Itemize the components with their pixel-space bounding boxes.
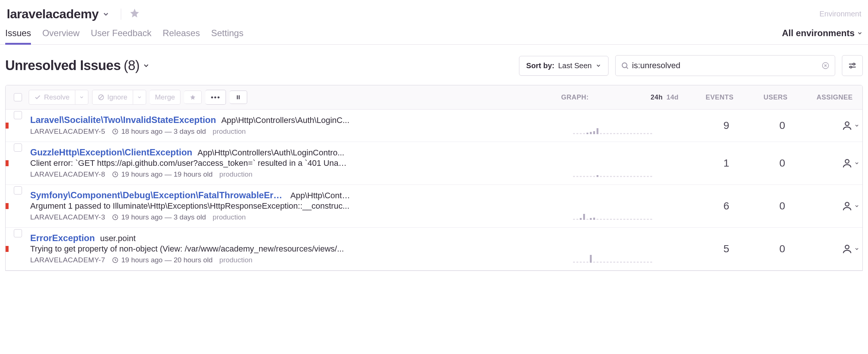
environment-selector[interactable]: All environments (782, 28, 863, 44)
resolve-dropdown-button[interactable] (75, 90, 88, 105)
bookmark-star-button[interactable] (129, 8, 140, 20)
issue-message: Argument 1 passed to Illuminate\Http\Exc… (30, 201, 351, 211)
search-input[interactable] (629, 61, 821, 70)
issue-count: (8) (124, 58, 140, 73)
range-24h[interactable]: 24h (651, 94, 663, 101)
chevron-down-icon (142, 62, 150, 69)
project-switcher[interactable]: laravelacademy (7, 7, 110, 21)
issue-title-link[interactable]: Symfony\Component\Debug\Exception\FatalT… (30, 190, 285, 200)
issue-events[interactable]: 9 (698, 110, 754, 142)
svg-point-18 (845, 202, 849, 206)
issue-row: Symfony\Component\Debug\Exception\FatalT… (6, 185, 862, 228)
issue-assignee[interactable] (810, 228, 862, 270)
issue-users[interactable]: 0 (754, 110, 810, 142)
svg-point-20 (845, 245, 849, 249)
clock-icon (112, 214, 119, 221)
issue-title-link[interactable]: Laravel\Socialite\Two\InvalidStateExcept… (30, 115, 216, 125)
issue-env: production (219, 256, 252, 264)
column-header-assignee: ASSIGNEE (803, 94, 856, 101)
issue-message: Trying to get property of non-object (Vi… (30, 244, 351, 254)
clear-icon[interactable] (821, 61, 830, 70)
person-icon (842, 200, 853, 212)
column-header-events: EVENTS (692, 94, 748, 101)
issue-id: LARAVELACADEMY-5 (30, 127, 105, 136)
project-header: laravelacademy Environment (0, 0, 868, 24)
chevron-down-icon (854, 246, 859, 252)
severity-bar (6, 160, 9, 166)
issue-assignee[interactable] (810, 110, 862, 142)
issue-users[interactable]: 0 (754, 185, 810, 227)
pause-realtime-button[interactable] (230, 91, 247, 104)
row-checkbox[interactable] (14, 186, 22, 195)
issue-title-link[interactable]: ErrorException (30, 233, 95, 243)
issue-main: ErrorExceptionuser.pointTrying to get pr… (30, 228, 568, 270)
environment-label: Environment (820, 10, 861, 18)
issue-main: Laravel\Socialite\Two\InvalidStateExcept… (30, 110, 568, 142)
bookmark-button[interactable] (184, 91, 202, 104)
issue-title-link[interactable]: GuzzleHttp\Exception\ClientException (30, 147, 192, 158)
person-icon (842, 120, 853, 131)
search-icon (621, 61, 629, 70)
column-header-users: USERS (748, 94, 803, 101)
filter-settings-button[interactable] (842, 55, 863, 76)
sort-button[interactable]: Sort by: Last Seen (519, 56, 608, 76)
issue-row: ErrorExceptionuser.pointTrying to get pr… (6, 228, 862, 271)
issues-list: Resolve Ignore Merge (5, 85, 863, 271)
issue-id: LARAVELACADEMY-3 (30, 213, 105, 221)
resolve-button[interactable]: Resolve (29, 90, 75, 105)
severity-bar (6, 123, 9, 129)
svg-point-14 (845, 122, 849, 126)
issue-users[interactable]: 0 (754, 228, 810, 270)
person-icon (842, 243, 853, 255)
row-checkbox[interactable] (14, 229, 22, 237)
tab-settings[interactable]: Settings (211, 28, 243, 44)
issue-events[interactable]: 1 (698, 142, 754, 184)
svg-point-6 (853, 63, 855, 65)
issue-id: LARAVELACADEMY-7 (30, 256, 105, 264)
issue-spark (568, 228, 657, 270)
svg-line-10 (99, 95, 103, 99)
issue-env: production (213, 213, 246, 221)
issue-assignee[interactable] (810, 185, 862, 227)
page-title[interactable]: Unresolved Issues (8) (5, 58, 150, 73)
select-all-checkbox[interactable] (14, 93, 22, 101)
issue-time: 18 hours ago — 3 days old (112, 127, 206, 136)
severity-bar (6, 203, 9, 209)
clock-icon (112, 171, 119, 178)
row-checkbox[interactable] (14, 143, 22, 152)
svg-point-8 (850, 66, 852, 68)
issue-env: production (219, 170, 252, 178)
svg-point-16 (845, 159, 849, 163)
merge-button[interactable]: Merge (150, 90, 181, 105)
list-toolbar: Resolve Ignore Merge (6, 85, 862, 110)
issue-time: 19 hours ago — 19 hours old (112, 170, 213, 178)
issue-spark (568, 110, 657, 142)
nav-tabs: Issues Overview User Feedback Releases S… (5, 28, 243, 44)
tab-overview[interactable]: Overview (42, 28, 79, 44)
issue-id: LARAVELACADEMY-8 (30, 170, 105, 178)
chevron-down-icon (857, 30, 863, 36)
tab-user-feedback[interactable]: User Feedback (91, 28, 151, 44)
issue-env: production (213, 127, 246, 136)
ban-icon (98, 94, 104, 101)
tab-releases[interactable]: Releases (163, 28, 200, 44)
issue-events[interactable]: 6 (698, 185, 754, 227)
issue-location: user.point (100, 234, 135, 243)
range-14d[interactable]: 14d (667, 94, 679, 101)
tab-issues[interactable]: Issues (5, 28, 31, 44)
issue-events[interactable]: 5 (698, 228, 754, 270)
issue-assignee[interactable] (810, 142, 862, 184)
issue-users[interactable]: 0 (754, 142, 810, 184)
issue-spark (568, 185, 657, 227)
svg-rect-12 (239, 95, 240, 99)
issue-row: Laravel\Socialite\Two\InvalidStateExcept… (6, 110, 862, 142)
search-box[interactable] (615, 55, 835, 76)
row-checkbox[interactable] (14, 111, 22, 119)
more-actions-button[interactable]: ••• (205, 90, 226, 105)
issue-main: GuzzleHttp\Exception\ClientExceptionApp\… (30, 142, 568, 184)
clock-icon (112, 128, 119, 135)
ignore-button[interactable]: Ignore (92, 90, 133, 105)
ignore-dropdown-button[interactable] (133, 90, 146, 105)
issue-main: Symfony\Component\Debug\Exception\FatalT… (30, 185, 568, 227)
issue-location: App\Http\Contr... (290, 191, 351, 200)
